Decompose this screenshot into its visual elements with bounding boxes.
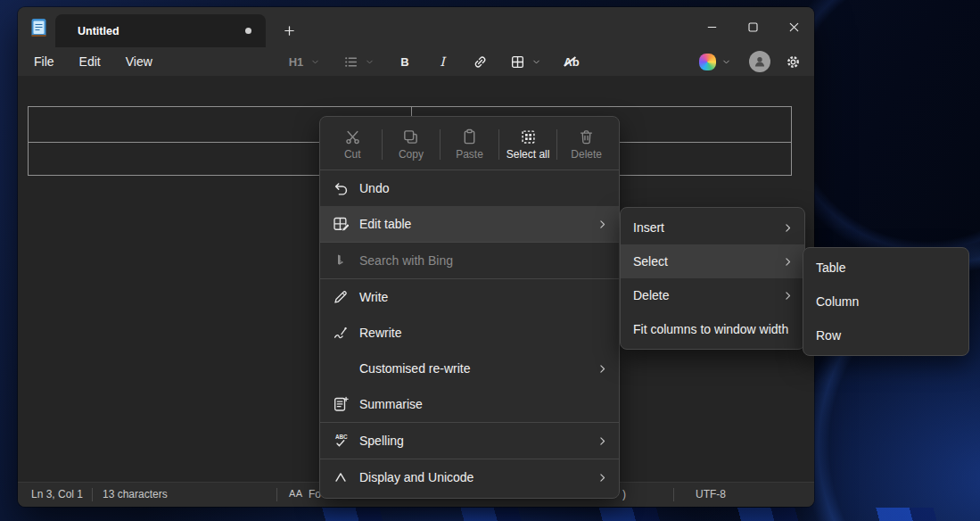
menu-file[interactable]: File [25,51,63,72]
undo-icon [332,179,350,197]
account-button[interactable] [749,51,770,72]
command-bar: File Edit View H1 B I [18,47,814,76]
menu-item-undo[interactable]: Undo [320,170,619,206]
copy-button: Copy [383,121,441,168]
character-count: 13 characters [103,488,168,500]
menu-item-search-with-bing: Search with Bing [320,243,619,278]
table-button[interactable] [506,50,528,73]
submenu-item-fit-columns[interactable]: Fit columns to window width [621,312,804,346]
link-button[interactable] [469,50,490,73]
notepad-app-icon [29,18,48,37]
context-menu: Cut Copy Paste [319,116,620,499]
text-size-icon: AA [289,488,303,499]
chevron-right-icon [597,363,608,375]
gear-icon [786,54,801,70]
clipboard-icon [461,128,478,145]
delete-button: Delete [557,121,615,168]
chevron-right-icon [597,219,608,230]
chevron-right-icon [597,472,608,484]
calligraphy-pen-icon [332,324,350,342]
edit-table-icon [332,215,350,233]
submenu-item-select[interactable]: Select [621,244,804,278]
chevron-right-icon [782,222,794,234]
wallpaper-bloom [294,508,980,521]
cut-button: Cut [324,121,382,168]
plus-icon [283,24,296,37]
trash-icon [578,128,595,145]
person-icon [753,54,767,69]
spelling-icon: ABC [332,432,350,450]
summarise-icon [332,395,350,413]
menu-item-write[interactable]: Write [320,279,619,315]
caret-icon [332,468,350,486]
menu-item-summarise[interactable]: Summarise [320,386,619,422]
submenu-item-delete[interactable]: Delete [621,278,804,312]
menu-item-customised-rewrite[interactable]: Customised re-write [320,351,619,386]
line-ending-clipped: ) [622,488,626,500]
menu-view[interactable]: View [117,51,161,72]
copy-icon [402,128,419,145]
chevron-down-icon [310,57,320,67]
select-all-icon [520,128,537,145]
minimize-icon [705,21,719,34]
submenu-item-table[interactable]: Table [803,251,968,285]
list-button [340,50,361,73]
clear-formatting-button[interactable]: Ab [561,50,582,73]
cursor-position: Ln 3, Col 1 [31,488,83,500]
encoding-label: UTF-8 [696,488,726,500]
table-icon [510,54,525,70]
chevron-down-icon [365,57,375,67]
chevron-right-icon [782,290,794,302]
bold-button[interactable]: B [394,50,416,73]
edit-table-submenu: Insert Select Delete Fit columns to wind… [620,207,805,350]
menu-item-spelling[interactable]: ABC Spelling [320,423,619,459]
unsaved-indicator-dot [245,28,251,34]
bing-icon [332,252,350,269]
select-submenu: Table Column Row [803,247,969,356]
chevron-down-icon[interactable] [721,57,731,67]
bullet-list-icon [343,54,358,70]
new-tab-button[interactable] [278,20,300,41]
titlebar[interactable]: Untitled [18,7,814,47]
svg-text:ABC: ABC [335,434,348,440]
chevron-right-icon [782,256,794,268]
clear-formatting-icon: Ab [564,55,579,69]
close-button[interactable] [773,7,814,47]
link-icon [473,54,488,70]
copilot-icon[interactable] [699,54,716,70]
paste-button: Paste [441,121,498,168]
chevron-right-icon [597,435,608,447]
scissors-icon [344,128,361,145]
tab-title: Untitled [78,25,119,37]
maximize-icon [746,21,760,34]
pen-icon [332,288,350,306]
italic-button[interactable]: I [432,50,453,73]
menu-item-rewrite[interactable]: Rewrite [320,315,619,351]
settings-button[interactable] [779,49,806,74]
close-icon [787,21,801,34]
heading-style-button: H1 [285,50,307,73]
menu-item-display-and-unicode[interactable]: Display and Unicode [320,459,619,495]
desktop: Untitled File Edit View [0,0,980,521]
maximize-button[interactable] [732,7,773,47]
menu-item-edit-table[interactable]: Edit table [320,206,619,242]
select-all-button[interactable]: Select all [499,121,557,168]
submenu-item-insert[interactable]: Insert [621,211,804,244]
menu-edit[interactable]: Edit [70,51,110,72]
submenu-item-column[interactable]: Column [803,285,968,318]
tab-untitled[interactable]: Untitled [55,14,266,47]
minimize-button[interactable] [691,7,732,47]
submenu-item-row[interactable]: Row [803,318,968,352]
chevron-down-icon[interactable] [531,57,541,67]
